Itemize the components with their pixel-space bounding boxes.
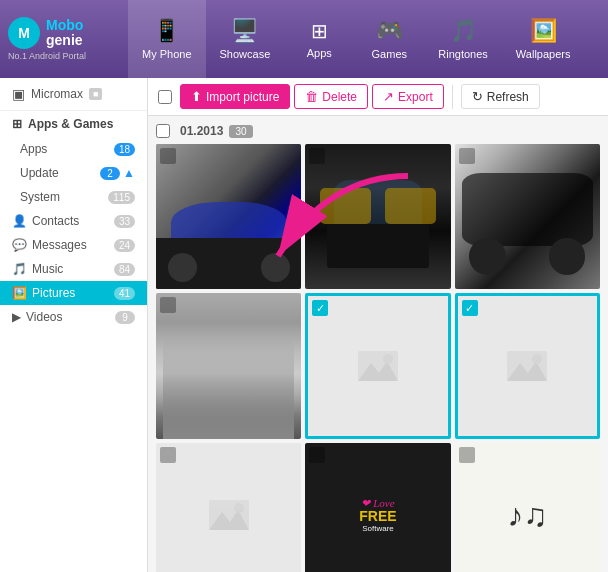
tab-my-phone[interactable]: 📱 My Phone [128,0,206,78]
apps-games-icon: ⊞ [12,117,22,131]
date-group: 01.2013 30 [156,124,600,572]
showcase-icon: 🖥️ [231,18,258,44]
device-icon: ▣ [12,86,25,102]
date-group-checkbox[interactable] [156,124,170,138]
delete-icon: 🗑 [305,89,318,104]
wallpapers-icon: 🖼️ [530,18,557,44]
pic-checkbox-8[interactable] [309,447,325,463]
select-all-checkbox[interactable] [158,90,172,104]
logo: M Mobogenie No.1 Android Portal [8,17,128,61]
pic-checkbox-2[interactable] [309,148,325,164]
phone-icon: 📱 [153,18,180,44]
sidebar: ▣ Micromax ■ ⊞ Apps & Games Apps 18 Upda… [0,78,148,572]
picture-item-3[interactable] [455,144,600,289]
videos-icon: ▶ [12,310,21,324]
pic-checkbox-6[interactable]: ✓ [462,300,478,316]
delete-button[interactable]: 🗑 Delete [294,84,368,109]
svg-point-8 [234,503,244,513]
tab-apps[interactable]: ⊞ Apps [284,0,354,78]
pic-checkbox-5[interactable]: ✓ [312,300,328,316]
apps-games-section: ⊞ Apps & Games [0,111,147,137]
picture-item-5[interactable]: ✓ [305,293,450,438]
picture-item-8[interactable]: ❤ Love FREE Software [305,443,450,572]
sidebar-item-videos[interactable]: ▶ Videos 9 [0,305,147,329]
music-notes-display: ♪♫ [507,497,547,534]
refresh-icon: ↻ [472,89,483,104]
refresh-button[interactable]: ↻ Refresh [461,84,540,109]
nav-tabs: 📱 My Phone 🖥️ Showcase ⊞ Apps 🎮 Games 🎵 … [128,0,600,78]
sidebar-item-update[interactable]: Update 2 ▲ [0,161,147,185]
placeholder-svg-6 [502,341,552,391]
logo-subtitle: No.1 Android Portal [8,51,86,61]
placeholder-svg-5 [353,341,403,391]
apps-icon: ⊞ [311,19,328,43]
picture-item-9[interactable]: ♪♫ [455,443,600,572]
picture-item-1[interactable] [156,144,301,289]
picture-item-6[interactable]: ✓ [455,293,600,438]
tab-games[interactable]: 🎮 Games [354,0,424,78]
messages-icon: 💬 [12,238,27,252]
pic-checkbox-7[interactable] [160,447,176,463]
main-area: ▣ Micromax ■ ⊞ Apps & Games Apps 18 Upda… [0,78,608,572]
app-header: M Mobogenie No.1 Android Portal 📱 My Pho… [0,0,608,78]
export-button[interactable]: ↗ Export [372,84,444,109]
sidebar-item-pictures[interactable]: 🖼️ Pictures 41 [0,281,147,305]
svg-point-5 [532,354,542,364]
device-name: ▣ Micromax ■ [0,78,147,111]
import-icon: ⬆ [191,89,202,104]
tab-showcase[interactable]: 🖥️ Showcase [206,0,285,78]
export-icon: ↗ [383,89,394,104]
tab-ringtones[interactable]: 🎵 Ringtones [424,0,502,78]
sidebar-item-apps[interactable]: Apps 18 [0,137,147,161]
device-badge: ■ [89,88,102,100]
pic-checkbox-4[interactable] [160,297,176,313]
sidebar-item-contacts[interactable]: 👤 Contacts 33 [0,209,147,233]
update-arrow-icon: ▲ [123,166,135,180]
pictures-toolbar: ⬆ Import picture 🗑 Delete ↗ Export ↻ Ref… [148,78,608,116]
pic-checkbox-9[interactable] [459,447,475,463]
tab-wallpapers[interactable]: 🖼️ Wallpapers [502,0,585,78]
games-icon: 🎮 [376,18,403,44]
music-icon: 🎵 [12,262,27,276]
placeholder-svg-7 [204,490,254,540]
pic-checkbox-3[interactable] [459,148,475,164]
pictures-area: 01.2013 30 [148,116,608,572]
picture-item-7[interactable] [156,443,301,572]
picture-item-2[interactable] [305,144,450,289]
pic-checkbox-1[interactable] [160,148,176,164]
date-label: 01.2013 30 [156,124,600,138]
sidebar-item-messages[interactable]: 💬 Messages 24 [0,233,147,257]
sidebar-item-system[interactable]: System 115 [0,185,147,209]
ringtones-icon: 🎵 [450,18,477,44]
pictures-grid: ✓ ✓ [156,144,600,572]
import-picture-button[interactable]: ⬆ Import picture [180,84,290,109]
svg-point-2 [383,354,393,364]
toolbar-separator [452,85,453,109]
content-area: ⬆ Import picture 🗑 Delete ↗ Export ↻ Ref… [148,78,608,572]
picture-item-4[interactable] [156,293,301,438]
logo-text: Mobogenie [46,18,83,49]
sidebar-item-music[interactable]: 🎵 Music 84 [0,257,147,281]
contacts-icon: 👤 [12,214,27,228]
pictures-icon: 🖼️ [12,286,27,300]
logo-icon: M [8,17,40,49]
